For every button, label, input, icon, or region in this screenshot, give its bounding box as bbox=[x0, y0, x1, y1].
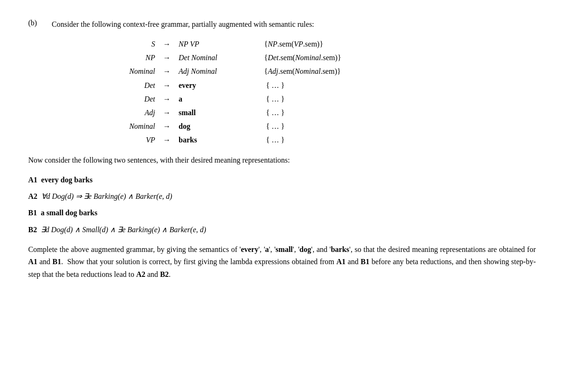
ref-b1-2: B1 bbox=[360, 258, 369, 266]
final-paragraph: Complete the above augmented grammar, by… bbox=[28, 243, 536, 281]
arrow-det-every: → bbox=[160, 79, 174, 92]
lhs-nominal-dog: Nominal bbox=[113, 120, 155, 133]
rhs-det-a: a bbox=[179, 93, 258, 105]
lhs-adj-small: Adj bbox=[113, 106, 155, 119]
sem-vp-barks: { … } bbox=[258, 133, 284, 146]
rhs-vp-barks: barks bbox=[179, 133, 258, 146]
grammar-row-np: NP → Det Nominal {Det.sem(Nominal.sem)} bbox=[113, 51, 536, 64]
sem-nominal1: {Adj.sem(Nominal.sem)} bbox=[258, 65, 341, 78]
question-intro: Consider the following context-free gram… bbox=[52, 19, 314, 30]
word-barks: barks bbox=[331, 245, 349, 253]
main-content: (b) Consider the following context-free … bbox=[28, 19, 536, 281]
lhs-vp-barks: VP bbox=[113, 133, 155, 146]
arrow-nominal1: → bbox=[160, 65, 174, 78]
rhs-det-every: every bbox=[179, 79, 258, 92]
word-small: small bbox=[275, 245, 292, 253]
arrow-adj-small: → bbox=[160, 106, 174, 119]
sem-nominal-dog: { … } bbox=[258, 120, 284, 133]
sem-s: {NP.sem(VP.sem)} bbox=[258, 38, 323, 50]
lhs-s: S bbox=[113, 38, 155, 50]
sem-adj-small: { … } bbox=[258, 106, 284, 119]
word-a: a bbox=[265, 245, 269, 253]
label-a1: A1 bbox=[28, 176, 39, 184]
sentence-b2: B2 ∃d Dog(d) ∧ Small(d) ∧ ∃e Barking(e) … bbox=[28, 223, 536, 236]
ref-b2: B2 bbox=[160, 270, 169, 278]
sentence-b1: B1 a small dog barks bbox=[28, 206, 536, 219]
ref-a2: A2 bbox=[136, 270, 146, 278]
rhs-np: Det Nominal bbox=[179, 51, 258, 64]
formula-a2: ∀d Dog(d) ⇒ ∃e Barking(e) ∧ Barker(e, d) bbox=[41, 192, 172, 200]
ref-b1: B1 bbox=[53, 258, 62, 266]
label-b1: B1 bbox=[28, 209, 39, 217]
lhs-nominal1: Nominal bbox=[113, 65, 155, 78]
sentence-a1: A1 every dog barks bbox=[28, 173, 536, 186]
rhs-nominal1: Adj Nominal bbox=[179, 65, 258, 78]
sem-det-a: { … } bbox=[258, 93, 284, 105]
sem-det-every: { … } bbox=[258, 79, 284, 92]
grammar-row-s: S → NP VP {NP.sem(VP.sem)} bbox=[113, 38, 536, 50]
text-a1: every dog barks bbox=[41, 176, 93, 184]
rhs-s: NP VP bbox=[179, 38, 258, 50]
label-b2: B2 bbox=[28, 226, 39, 234]
question-header: (b) Consider the following context-free … bbox=[28, 19, 536, 30]
formula-b2: ∃d Dog(d) ∧ Small(d) ∧ ∃e Barking(e) ∧ B… bbox=[41, 226, 206, 234]
arrow-s: → bbox=[160, 38, 174, 50]
grammar-row-det-a: Det → a { … } bbox=[113, 93, 536, 105]
sem-np: {Det.sem(Nominal.sem)} bbox=[258, 51, 341, 64]
grammar-row-det-every: Det → every { … } bbox=[113, 79, 536, 92]
grammar-row-adj-small: Adj → small { … } bbox=[113, 106, 536, 119]
arrow-nominal-dog: → bbox=[160, 120, 174, 133]
grammar-table: S → NP VP {NP.sem(VP.sem)} NP → Det Nomi… bbox=[113, 38, 536, 147]
arrow-det-a: → bbox=[160, 93, 174, 105]
word-every: every bbox=[241, 245, 258, 253]
paragraph1: Now consider the following two sentences… bbox=[28, 154, 536, 166]
rhs-adj-small: small bbox=[179, 106, 258, 119]
lhs-det-every: Det bbox=[113, 79, 155, 92]
arrow-vp-barks: → bbox=[160, 133, 174, 146]
arrow-np: → bbox=[160, 51, 174, 64]
question-label: (b) bbox=[28, 19, 42, 27]
word-dog: dog bbox=[299, 245, 311, 253]
ref-a1: A1 bbox=[28, 258, 38, 266]
grammar-row-vp-barks: VP → barks { … } bbox=[113, 133, 536, 146]
sentence-a2: A2 ∀d Dog(d) ⇒ ∃e Barking(e) ∧ Barker(e,… bbox=[28, 190, 536, 203]
ref-a1-2: A1 bbox=[337, 258, 346, 266]
lhs-np: NP bbox=[113, 51, 155, 64]
paragraph1-text: Now consider the following two sentences… bbox=[28, 156, 290, 164]
grammar-row-nominal1: Nominal → Adj Nominal {Adj.sem(Nominal.s… bbox=[113, 65, 536, 78]
grammar-row-nominal-dog: Nominal → dog { … } bbox=[113, 120, 536, 133]
text-b1: a small dog barks bbox=[41, 209, 97, 217]
lhs-det-a: Det bbox=[113, 93, 155, 105]
rhs-nominal-dog: dog bbox=[179, 120, 258, 133]
label-a2: A2 bbox=[28, 192, 39, 200]
